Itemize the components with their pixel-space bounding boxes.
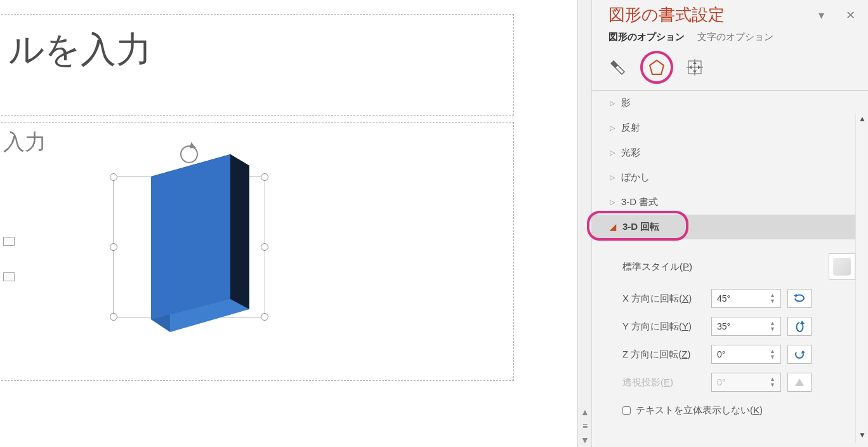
resize-handle[interactable] <box>261 313 268 321</box>
rotate-handle-icon[interactable] <box>180 145 198 163</box>
shape-selection-bounds[interactable] <box>113 177 265 317</box>
stepper-icon: ▲▼ <box>770 377 775 388</box>
fill-line-icon[interactable] <box>608 57 629 77</box>
panel-title: 図形の書式設定 <box>608 4 725 26</box>
tab-shape-options[interactable]: 図形のオプション <box>608 31 685 43</box>
panel-scrollbar[interactable]: ▲ ▼ <box>855 114 868 443</box>
scroll-up-icon[interactable]: ▲ <box>856 114 868 127</box>
format-shape-panel: 図形の書式設定 ▾ ✕ 図形のオプション 文字のオプション ▷ 影 ▷ 反射 ▷ <box>591 0 868 447</box>
keep-text-flat-label: テキストを立体表示しない(K) <box>636 404 763 417</box>
section-3d-rotation[interactable]: ◢ 3-D 回転 <box>592 215 868 239</box>
section-label: 反射 <box>621 122 640 134</box>
svg-marker-5 <box>650 60 664 74</box>
chevron-right-icon: ▷ <box>610 173 615 182</box>
resize-handle[interactable] <box>110 173 117 181</box>
x-rotation-input[interactable]: 45° ▲▼ <box>711 289 781 308</box>
x-rotation-label: X 方向に回転(X) <box>622 293 711 305</box>
resize-handle[interactable] <box>185 313 193 321</box>
y-rotation-value: 35° <box>717 321 730 331</box>
section-label: 3-D 回転 <box>622 221 659 233</box>
scroll-down-icon[interactable]: ▼ <box>856 430 868 443</box>
z-rotation-value: 0° <box>717 349 725 359</box>
rotate-y-up-button[interactable] <box>787 317 812 336</box>
x-rotation-value: 45° <box>717 293 730 304</box>
panel-menu-button[interactable]: ▾ <box>812 8 830 22</box>
section-label: 影 <box>621 97 631 109</box>
rotate-x-left-button[interactable] <box>787 289 812 308</box>
resize-handle[interactable] <box>110 313 117 321</box>
stepper-icon[interactable]: ▲▼ <box>770 293 775 304</box>
stepper-icon[interactable]: ▲▼ <box>770 349 775 360</box>
keep-text-flat-checkbox[interactable] <box>622 406 631 415</box>
nav-up-icon[interactable]: ▲ <box>578 405 592 419</box>
preset-style-label: 標準スタイル(P) <box>622 261 711 273</box>
section-reflection[interactable]: ▷ 反射 <box>592 116 868 140</box>
slide-nav-scrollbar[interactable]: ▲ ≡ ▼ <box>577 0 591 447</box>
section-3d-format[interactable]: ▷ 3-D 書式 <box>592 190 868 215</box>
rotate-z-cw-button[interactable] <box>787 345 812 364</box>
perspective-label: 透視投影(E) <box>622 377 711 389</box>
title-placeholder[interactable]: ルを入力 <box>0 14 514 116</box>
rotation-3d-body: 標準スタイル(P) X 方向に回転(X) 45° ▲▼ Y 方向に回転(Y) <box>592 239 868 433</box>
category-icon-tabs <box>592 50 868 86</box>
placeholder-list-icon <box>3 237 15 246</box>
chevron-right-icon: ▷ <box>610 149 615 157</box>
resize-handle[interactable] <box>261 243 268 251</box>
chevron-down-icon: ◢ <box>610 222 616 232</box>
resize-handle[interactable] <box>185 173 193 181</box>
subtitle-text: 入力 <box>3 130 46 154</box>
panel-close-button[interactable]: ✕ <box>841 8 859 22</box>
z-rotation-input[interactable]: 0° ▲▼ <box>711 345 781 364</box>
slide-canvas: ルを入力 入力 <box>0 0 577 447</box>
chevron-right-icon: ▷ <box>610 99 615 107</box>
resize-handle[interactable] <box>261 173 268 181</box>
resize-handle[interactable] <box>110 243 117 251</box>
title-text: ルを入力 <box>8 29 152 69</box>
svg-point-9 <box>796 350 803 358</box>
section-label: ぼかし <box>621 171 650 183</box>
perspective-narrow-button <box>787 373 812 392</box>
size-properties-icon[interactable] <box>685 57 705 77</box>
effects-section-list: ▷ 影 ▷ 反射 ▷ 光彩 ▷ ぼかし ▷ 3-D 書式 ◢ 3-D 回転 標準… <box>592 90 868 433</box>
y-rotation-label: Y 方向に回転(Y) <box>622 321 711 333</box>
nav-down-icon[interactable]: ▼ <box>578 433 592 447</box>
chevron-right-icon: ▷ <box>610 198 615 206</box>
preset-style-dropdown[interactable] <box>829 253 855 280</box>
section-soft-edges[interactable]: ▷ ぼかし <box>592 165 868 190</box>
section-shadow[interactable]: ▷ 影 <box>592 91 868 116</box>
section-label: 3-D 書式 <box>621 196 658 208</box>
perspective-input: 0° ▲▼ <box>711 373 781 392</box>
effects-icon[interactable] <box>640 51 673 84</box>
chevron-right-icon: ▷ <box>610 124 615 132</box>
y-rotation-input[interactable]: 35° ▲▼ <box>711 317 781 336</box>
section-glow[interactable]: ▷ 光彩 <box>592 140 868 165</box>
placeholder-list-icon <box>3 272 15 281</box>
perspective-value: 0° <box>717 377 725 387</box>
tab-text-options[interactable]: 文字のオプション <box>697 31 773 43</box>
stepper-icon[interactable]: ▲▼ <box>770 321 775 332</box>
section-label: 光彩 <box>621 147 640 159</box>
nav-divider-icon: ≡ <box>578 419 592 433</box>
z-rotation-label: Z 方向に回転(Z) <box>622 349 711 361</box>
